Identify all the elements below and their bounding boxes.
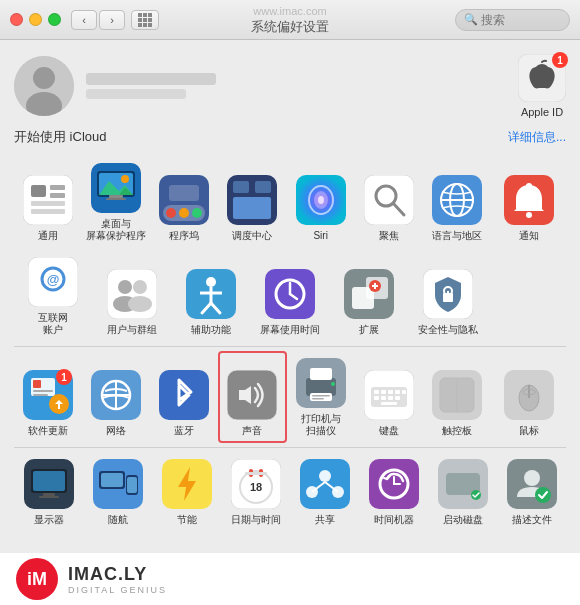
svg-rect-90 [227,370,277,420]
icon-sidecar-label: 随航 [108,514,128,526]
section-separator-1 [14,346,566,347]
icon-mouse[interactable]: 鼠标 [491,351,566,443]
svg-rect-102 [388,390,393,394]
icon-accessibility[interactable]: 辅助功能 [172,250,251,342]
svg-rect-83 [33,394,48,396]
svg-rect-36 [233,197,271,219]
forward-button[interactable]: › [99,10,125,30]
icon-spotlight[interactable]: 聚焦 [355,156,423,248]
search-box[interactable]: 🔍 [455,9,570,31]
window-title: www.imac.com 系统偏好设置 [251,3,329,36]
svg-rect-100 [374,390,379,394]
svg-rect-25 [109,195,123,198]
svg-point-10 [33,67,55,89]
icon-display-label: 显示器 [34,514,64,526]
grid-view-button[interactable] [131,10,159,30]
back-button[interactable]: ‹ [71,10,97,30]
svg-rect-4 [143,18,147,22]
icon-software-update[interactable]: 1 软件更新 [14,351,82,443]
icon-sidecar[interactable]: 随航 [83,452,152,532]
svg-rect-34 [233,181,249,193]
svg-point-57 [133,280,147,294]
icon-energy[interactable]: 节能 [152,452,221,532]
icon-bluetooth[interactable]: 蓝牙 [150,351,218,443]
icon-mission[interactable]: 调度中心 [218,156,286,248]
close-button[interactable] [10,13,23,26]
icon-extensions[interactable]: 扩展 [329,250,408,342]
icon-sound[interactable]: 声音 [218,351,286,443]
svg-rect-3 [138,18,142,22]
svg-point-49 [526,212,532,218]
svg-rect-132 [245,472,267,475]
profile-info [86,73,216,99]
icloud-label: 开始使用 iCloud [14,128,106,146]
icon-network[interactable]: 网络 [82,351,150,443]
icon-users[interactable]: 用户与群组 [93,250,172,342]
svg-rect-5 [148,18,152,22]
icon-dock[interactable]: 程序坞 [150,156,218,248]
svg-rect-134 [300,459,350,509]
icon-security[interactable]: 安全性与隐私 [408,250,487,342]
icon-screentime[interactable]: 屏幕使用时间 [251,250,330,342]
icon-internet-label: 互联网 账户 [38,312,68,336]
icon-display[interactable]: 显示器 [14,452,83,532]
brand-tagline: DIGITAL GENIUS [68,585,167,595]
icon-siri[interactable]: Siri [287,156,355,248]
icon-dock-label: 程序坞 [169,230,199,242]
icon-sound-label: 声音 [242,425,262,437]
icloud-detail-link[interactable]: 详细信息... [508,129,566,146]
icon-profiles[interactable]: 描述文件 [497,452,566,532]
maximize-button[interactable] [48,13,61,26]
icon-startup-label: 启动磁盘 [443,514,483,526]
minimize-button[interactable] [29,13,42,26]
icloud-header: 开始使用 iCloud 详细信息... [14,128,566,146]
svg-rect-8 [148,23,152,27]
icon-notification[interactable]: 通知 [491,156,566,248]
brand-logo: iM [16,558,58,600]
avatar[interactable] [14,56,74,116]
icon-keyboard-label: 键盘 [379,425,399,437]
titlebar: ‹ › www.imac.com 系统偏好设置 🔍 [0,0,580,40]
svg-rect-93 [310,368,332,380]
svg-rect-81 [33,380,41,388]
svg-rect-124 [101,473,123,487]
svg-rect-7 [143,23,147,27]
svg-point-149 [535,487,551,503]
profile-left [14,56,216,116]
search-icon: 🔍 [464,13,478,26]
icon-internet[interactable]: @ 互联网 账户 [14,250,93,342]
icon-keyboard[interactable]: 键盘 [355,351,423,443]
footer-brand: iM IMAC.LY DIGITAL GENIUS [0,553,580,605]
svg-point-24 [121,175,129,183]
icon-general-label: 通用 [38,230,58,242]
icon-general[interactable]: 通用 [14,156,82,248]
icon-language[interactable]: 语言与地区 [423,156,491,248]
icon-row-3: 1 软件更新 网络 [14,351,566,443]
profile-name-bar [86,73,216,85]
svg-rect-0 [138,13,142,17]
icon-trackpad[interactable]: 触控板 [423,351,491,443]
icon-printer[interactable]: 打印机与 扫描仪 [287,351,355,443]
svg-rect-13 [23,175,73,225]
icon-profiles-label: 描述文件 [512,514,552,526]
icon-notification-label: 通知 [519,230,539,242]
icon-row-1: 通用 桌面与 屏幕保护程序 [14,156,566,248]
svg-rect-1 [143,13,147,17]
software-update-badge: 1 [56,369,72,385]
search-input[interactable] [481,13,561,27]
icon-startup[interactable]: 启动磁盘 [428,452,497,532]
main-content: 1 Apple ID 开始使用 iCloud 详细信息... [0,40,580,548]
svg-rect-2 [148,13,152,17]
icon-row-4: 显示器 随航 节能 [14,452,566,532]
icon-datetime[interactable]: 18 日期与时间 [221,452,290,532]
apple-id-area[interactable]: 1 Apple ID [518,54,566,118]
icon-desktop[interactable]: 桌面与 屏幕保护程序 [82,156,150,248]
icon-sharing[interactable]: 共享 [290,452,359,532]
svg-point-148 [524,470,540,486]
profile-area: 1 Apple ID [14,40,566,128]
icon-screentime-label: 屏幕使用时间 [260,324,320,336]
svg-rect-18 [31,209,65,214]
icon-timemachine[interactable]: 时间机器 [359,452,428,532]
svg-rect-108 [395,396,400,400]
svg-rect-41 [364,175,414,225]
